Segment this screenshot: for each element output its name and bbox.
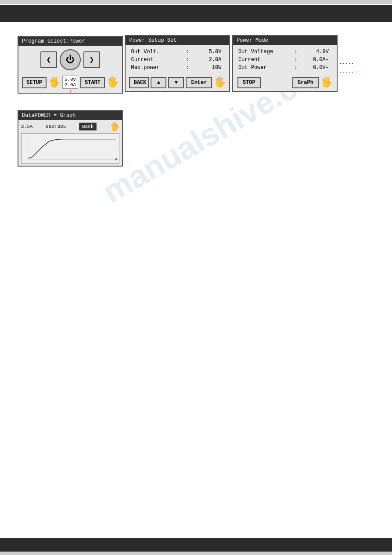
panel1-title: Program select:Power (18, 37, 122, 46)
colon-current-p3: : (294, 56, 301, 63)
colon-current: : (185, 56, 194, 63)
value-current: 2.0A (194, 56, 225, 63)
colon-maxpower: : (185, 64, 194, 71)
panel4-wrapper: DataPOWER = Graph 2.5A 000:335 Back 🖐 (18, 110, 123, 175)
header-bar (0, 5, 392, 22)
table-row: Out Volt. : 5.0V (130, 48, 225, 55)
panel3-screen: Power Mode Out Voltage : 4.9V Current : … (232, 35, 338, 92)
stop-button[interactable]: STOP (237, 77, 261, 88)
graph-current-label: 2.5A (21, 124, 32, 129)
panel1-nav-row: ❮ ⏻ ❯ (18, 46, 122, 74)
panel1-bottom-row: SETUP 🖐 5.0V 2.0A ↑ START 🖐 (18, 74, 122, 91)
hand-icon-start: 🖐 (107, 76, 119, 88)
down-button[interactable]: ▼ (168, 77, 184, 88)
colon-outpower: : (294, 64, 301, 71)
voltage-current-display: 5.0V 2.0A ↑ (62, 76, 78, 89)
down-arrow-indicator: ↑ (68, 88, 72, 95)
graph-svg (22, 134, 119, 163)
panel1-setup-area: SETUP 🖐 (22, 76, 60, 88)
panel4-body: 2.5A 000:335 Back 🖐 (18, 120, 122, 166)
arrow-outpower-p3: - - - - - → (340, 69, 360, 74)
panel3-table: Out Voltage : 4.9V Current : 0.0A- Out P… (237, 47, 333, 72)
panel2-title: Power Setup Set (126, 36, 229, 45)
value-outpower: 0.0V- (302, 64, 332, 71)
up-button[interactable]: ▲ (151, 77, 166, 88)
svg-marker-2 (115, 158, 118, 160)
panel1-start-area: START 🖐 (80, 76, 119, 88)
panel2-wrapper: Power Setup Set Out Volt. : 5.0V Current… (125, 35, 230, 101)
hand-icon-setup: 🖐 (48, 76, 60, 88)
arrow-current-p3: - - - - - → (340, 60, 360, 65)
hand-icon-graph: 🖐 (320, 76, 332, 88)
top-border (0, 0, 392, 4)
panel2-body: Out Volt. : 5.0V Current : 2.0A Max.powe… (126, 45, 229, 91)
graph-time-label: 000:335 (46, 124, 66, 129)
panel2-table: Out Volt. : 5.0V Current : 2.0A Max.powe… (129, 47, 226, 72)
table-row: Max.power : 10W (130, 64, 225, 71)
start-button[interactable]: START (80, 77, 105, 88)
main-content: manualshive.com Program select:Power ❮ ⏻… (0, 22, 392, 196)
voltage-value: 5.0V (65, 77, 76, 82)
hand-icon-enter: 🖐 (214, 76, 226, 88)
label-current: Current (130, 56, 184, 63)
enter-button[interactable]: Enter (186, 77, 212, 88)
label-outvoltage: Out Voltage (237, 48, 293, 55)
colon-outvolt: : (185, 48, 194, 55)
panel4-screen: DataPOWER = Graph 2.5A 000:335 Back 🖐 (18, 110, 123, 167)
setup-button[interactable]: SETUP (22, 77, 47, 88)
bottom-bar (0, 551, 392, 555)
panel2-screen: Power Setup Set Out Volt. : 5.0V Current… (125, 35, 230, 92)
panel3-title: Power Mode (233, 36, 337, 45)
left-arrow-btn[interactable]: ❮ (40, 51, 57, 68)
panel1-wrapper: Program select:Power ❮ ⏻ ❯ SETUP 🖐 5.0V … (18, 36, 123, 102)
value-current-p3: 0.0A- (302, 56, 332, 63)
panel3-btn-row: STOP GraPh 🖐 (237, 76, 333, 88)
value-outvolt: 5.0V (194, 48, 225, 55)
value-maxpower: 10W (194, 64, 225, 71)
table-row: Current : 0.0A- (237, 56, 332, 63)
label-outpower: Out Power (237, 64, 293, 71)
label-maxpower: Max.power (130, 64, 184, 71)
table-row: Out Voltage : 4.9V (237, 48, 332, 55)
graph-back-button[interactable]: Back (79, 123, 97, 131)
graph-area-right: GraPh 🖐 (292, 76, 332, 88)
colon-outvoltage: : (294, 48, 301, 55)
panel4-title: DataPOWER = Graph (18, 111, 122, 120)
graph-display (21, 133, 119, 164)
graph-button[interactable]: GraPh (292, 77, 319, 88)
table-row: Current : 2.0A (130, 56, 225, 63)
panel1-screen: Program select:Power ❮ ⏻ ❯ SETUP 🖐 5.0V … (18, 36, 123, 94)
hand-icon-back: 🖐 (110, 122, 119, 131)
power-button[interactable]: ⏻ (60, 49, 81, 70)
current-value: 2.0A (65, 82, 76, 87)
bottom-content-bar (0, 538, 392, 551)
panel3-wrapper: Power Mode Out Voltage : 4.9V Current : … (232, 35, 338, 101)
graph-header-row: 2.5A 000:335 Back 🖐 (21, 122, 119, 131)
right-arrow-btn[interactable]: ❯ (83, 51, 100, 68)
panel3-arrows: - - - - - → - - - - - → (340, 60, 360, 74)
label-current-p3: Current (237, 56, 293, 63)
back-button[interactable]: BACK (129, 77, 149, 88)
panel3-body: Out Voltage : 4.9V Current : 0.0A- Out P… (233, 45, 337, 91)
table-row: Out Power : 0.0V- (237, 64, 332, 71)
value-outvoltage: 4.9V (302, 48, 332, 55)
panel2-btn-row: BACK ▲ ▼ Enter 🖐 (129, 76, 226, 88)
label-outvolt: Out Volt. (130, 48, 184, 55)
